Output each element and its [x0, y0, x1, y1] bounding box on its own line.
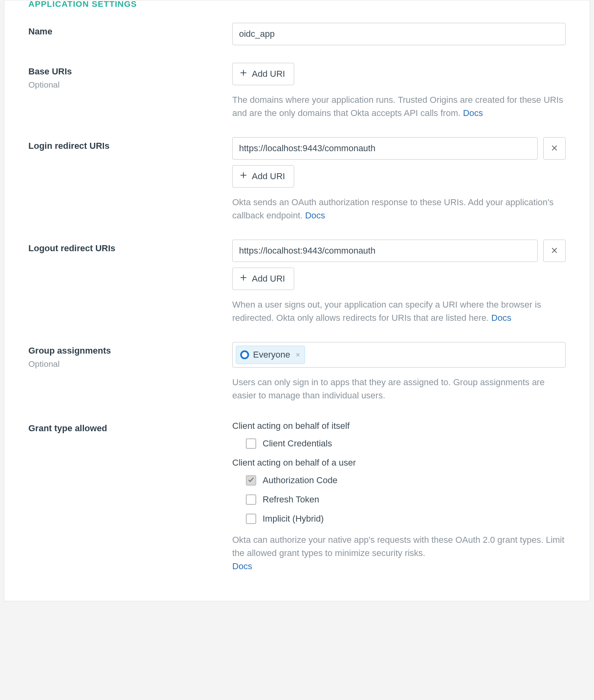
row-logout-redirect: Logout redirect URIs Add URI When a user…: [28, 240, 566, 324]
add-logout-redirect-button[interactable]: Add URI: [232, 268, 294, 290]
label-authorization-code: Authorization Code: [263, 474, 337, 487]
group-tag-label: Everyone: [253, 348, 290, 361]
group-icon: [240, 350, 249, 359]
add-logout-redirect-label: Add URI: [252, 274, 285, 284]
row-base-uris: Base URIs Optional Add URI The domains w…: [28, 63, 566, 120]
section-heading: APPLICATION SETTINGS: [28, 0, 566, 10]
plus-icon: [239, 171, 248, 182]
logout-redirect-label: Logout redirect URIs: [28, 242, 232, 255]
grant-type-docs-link[interactable]: Docs: [232, 561, 252, 571]
base-uris-optional: Optional: [28, 79, 232, 91]
close-icon: [550, 246, 558, 256]
login-redirect-help: Okta sends an OAuth authorization respon…: [232, 196, 566, 222]
remove-logout-redirect-button[interactable]: [543, 240, 566, 262]
logout-redirect-input[interactable]: [232, 240, 538, 262]
add-login-redirect-button[interactable]: Add URI: [232, 165, 294, 188]
group-assignments-optional: Optional: [28, 358, 232, 370]
label-refresh-token: Refresh Token: [263, 493, 319, 506]
row-grant-type: Grant type allowed Client acting on beha…: [28, 420, 566, 572]
grant-type-help: Okta can authorize your native app's req…: [232, 533, 566, 573]
base-uris-help: The domains where your application runs.…: [232, 93, 566, 120]
base-uris-label: Base URIs: [28, 65, 232, 78]
grant-self-heading: Client acting on behalf of itself: [232, 420, 566, 432]
group-assignments-label: Group assignments: [28, 344, 232, 357]
grant-user-heading: Client acting on behalf of a user: [232, 456, 566, 469]
row-name: Name: [28, 23, 566, 45]
base-uris-docs-link[interactable]: Docs: [463, 108, 483, 118]
add-base-uri-label: Add URI: [252, 69, 285, 79]
login-redirect-docs-link[interactable]: Docs: [305, 210, 325, 220]
name-label: Name: [28, 25, 232, 38]
add-login-redirect-label: Add URI: [252, 171, 285, 182]
group-assignments-help: Users can only sign in to apps that they…: [232, 376, 566, 402]
application-settings-panel: APPLICATION SETTINGS Name Base URIs Opti…: [4, 0, 590, 601]
checkbox-refresh-token[interactable]: [246, 494, 256, 505]
plus-icon: [239, 68, 248, 80]
login-redirect-label: Login redirect URIs: [28, 140, 232, 152]
row-group-assignments: Group assignments Optional Everyone × Us…: [28, 342, 566, 402]
row-login-redirect: Login redirect URIs Add URI Okta sends a…: [28, 137, 566, 222]
logout-redirect-help: When a user signs out, your application …: [232, 298, 566, 324]
login-redirect-input[interactable]: [232, 137, 538, 160]
remove-login-redirect-button[interactable]: [543, 137, 566, 160]
group-assignments-input[interactable]: Everyone ×: [232, 342, 566, 368]
checkbox-authorization-code[interactable]: [246, 475, 256, 486]
close-icon: [550, 144, 558, 153]
group-tag-everyone: Everyone ×: [236, 346, 305, 364]
name-input[interactable]: [232, 23, 566, 45]
label-implicit: Implicit (Hybrid): [263, 512, 324, 525]
label-client-credentials: Client Credentials: [263, 437, 332, 450]
logout-redirect-docs-link[interactable]: Docs: [491, 313, 511, 323]
grant-type-label: Grant type allowed: [28, 422, 232, 435]
plus-icon: [239, 273, 248, 284]
checkbox-implicit[interactable]: [246, 514, 256, 524]
add-base-uri-button[interactable]: Add URI: [232, 63, 294, 85]
checkbox-client-credentials[interactable]: [246, 438, 256, 449]
remove-group-tag[interactable]: ×: [294, 350, 300, 360]
check-icon: [247, 474, 255, 486]
